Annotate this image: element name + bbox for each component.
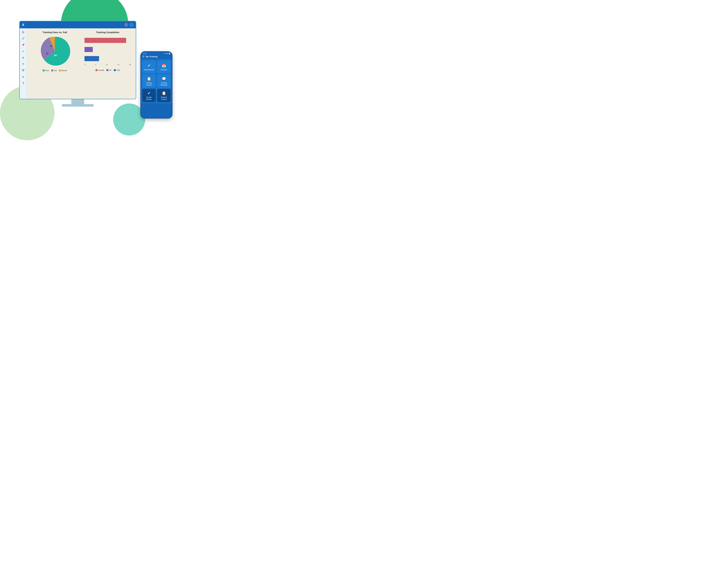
chart-area: Training Pass vs. Fail [27, 28, 136, 99]
legend-label-usa: USA [116, 69, 120, 71]
axis-label-10: 10 [106, 64, 108, 66]
hamburger-icon[interactable]: ☰ [143, 55, 145, 58]
bar-row-uk [84, 46, 132, 53]
sidebar-help-icon[interactable]: ❓ [21, 81, 25, 85]
legend-dot-fail [51, 70, 53, 72]
legend-dot-usa [114, 69, 116, 71]
phone-time: 11:19 [143, 53, 147, 54]
bar-row-canada [84, 37, 132, 44]
phone-grid-request-courses[interactable]: 📋 Request Courses [157, 89, 171, 102]
phone-grid-training-requests[interactable]: 💬 Training Requests [157, 75, 171, 88]
legend-label-uk: UK [109, 69, 111, 71]
legend-dot-uk [107, 69, 108, 71]
svg-text:29: 29 [50, 45, 52, 47]
phone-signal: ▲ WiFi ▓ [164, 53, 170, 54]
accept-decline-icon: ✔ [148, 91, 151, 95]
bar-fill-canada [84, 38, 126, 43]
bar-row-usa [84, 55, 132, 62]
sidebar-calendar-icon[interactable]: 📅 [21, 68, 25, 73]
legend-label-canada: Canada [98, 69, 104, 71]
legend-dot-absent [59, 70, 61, 72]
bar-axis: 0 5 10 15 20 [83, 64, 132, 66]
svg-text:53: 53 [46, 52, 48, 55]
axis-label-5: 5 [95, 64, 96, 66]
phone-grid-accept-decline[interactable]: ✔ Accept/ Decline [142, 89, 156, 102]
phone-titlebar: ☰ My Training [141, 55, 172, 59]
legend-uk: UK [107, 69, 111, 71]
bar-chart-inner [83, 36, 132, 63]
pie-chart-section: Training Pass vs. Fail [30, 31, 80, 96]
axis-label-20: 20 [129, 64, 131, 66]
phone-frame: 11:19 ▲ WiFi ▓ ☰ My Training ✔ Requireme… [141, 51, 173, 119]
training-requests-icon: 💬 [162, 77, 166, 81]
user-icon[interactable]: 👤 [130, 23, 133, 27]
training-requests-label: Training Requests [158, 82, 169, 86]
sessions-icon: 📅 [162, 64, 166, 68]
phone-title: My Training [146, 55, 157, 58]
sidebar-check-icon[interactable]: ✔ [21, 49, 25, 53]
pie-chart-title: Training Pass vs. Fail [43, 31, 67, 34]
sidebar-grid-icon[interactable]: ⊞ [21, 55, 25, 60]
monitor-topbar: X 📍 👤 [20, 21, 136, 28]
pie-chart-container: 387 53 29 [39, 35, 71, 67]
legend-label-absent: Absent [62, 70, 67, 72]
bar-legend: Canada UK USA [95, 69, 120, 71]
bar-chart-title: Training Completion [96, 31, 119, 34]
training-results-label: Training Results [144, 82, 155, 86]
requirements-label: Requirements [144, 69, 154, 71]
legend-absent: Absent [59, 70, 67, 72]
monitor-stand [19, 99, 136, 107]
bar-chart-section: Training Completion [83, 31, 132, 96]
sidebar-home-icon[interactable]: 🏠 [21, 30, 25, 34]
sidebar: 🏠 🔗 📌 ✔ ⊞ 👁 📅 ⚙ ❓ [20, 28, 27, 99]
sidebar-share-icon[interactable]: 🔗 [21, 36, 25, 41]
sidebar-eye-icon[interactable]: 👁 [21, 62, 25, 66]
monitor-stand-neck [71, 99, 84, 104]
location-icon[interactable]: 📍 [124, 23, 128, 27]
bar-fill-usa [84, 56, 99, 61]
sidebar-settings-icon[interactable]: ⚙ [21, 75, 25, 79]
legend-dot-pass [43, 70, 45, 72]
training-results-icon: 📋 [147, 77, 151, 81]
monitor-frame: X 📍 👤 🏠 🔗 📌 ✔ ⊞ 👁 📅 ⚙ ❓ [19, 21, 136, 99]
request-courses-icon: 📋 [162, 91, 166, 95]
monitor-body: 🏠 🔗 📌 ✔ ⊞ 👁 📅 ⚙ ❓ Training Pass vs. Fail [20, 28, 136, 99]
legend-label-fail: Fail [54, 70, 57, 72]
bar-chart-container: 0 5 10 15 20 [83, 36, 132, 68]
legend-pass: Pass [43, 70, 49, 72]
legend-usa: USA [114, 69, 120, 71]
monitor-stand-base [62, 104, 94, 107]
accept-decline-label: Accept/ Decline [144, 96, 155, 100]
monitor-logo: X [22, 23, 24, 27]
axis-label-15: 15 [117, 64, 119, 66]
phone-grid-training-results[interactable]: 📋 Training Results [142, 75, 156, 88]
axis-label-0: 0 [84, 64, 85, 66]
monitor-topbar-icons: 📍 👤 [124, 23, 133, 27]
phone-statusbar: 11:19 ▲ WiFi ▓ [141, 52, 172, 55]
pie-legend: Pass Fail Absent [43, 70, 67, 72]
legend-dot-canada [95, 69, 98, 71]
requirements-icon: ✔ [148, 64, 151, 68]
phone-grid: ✔ Requirements 📅 Sessions 📋 Training Res… [141, 59, 172, 103]
phone-grid-sessions[interactable]: 📅 Sessions [157, 60, 171, 73]
phone-grid-requirements[interactable]: ✔ Requirements [142, 60, 156, 73]
bar-fill-uk [84, 47, 93, 52]
sidebar-pin-icon[interactable]: 📌 [21, 43, 25, 47]
legend-label-pass: Pass [45, 70, 49, 72]
sessions-label: Sessions [161, 69, 167, 71]
legend-fail: Fail [51, 70, 57, 72]
request-courses-label: Request Courses [158, 96, 169, 100]
monitor: X 📍 👤 🏠 🔗 📌 ✔ ⊞ 👁 📅 ⚙ ❓ [19, 21, 136, 107]
legend-canada: Canada [95, 69, 104, 71]
svg-text:387: 387 [54, 54, 58, 56]
phone: 11:19 ▲ WiFi ▓ ☰ My Training ✔ Requireme… [141, 51, 173, 119]
